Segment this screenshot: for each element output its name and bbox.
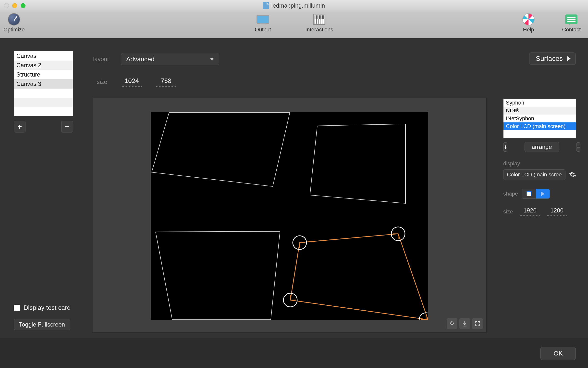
fullscreen-preview-button[interactable] <box>472 318 483 329</box>
gear-icon[interactable] <box>569 171 576 178</box>
checkbox-icon <box>14 305 20 311</box>
output-list-item[interactable]: Syphon <box>503 99 576 107</box>
output-canvas[interactable] <box>151 112 428 320</box>
canvas-height-field[interactable]: 768 <box>156 77 176 87</box>
output-button[interactable]: Output <box>255 14 271 33</box>
canvas-list-item[interactable]: Canvas <box>14 51 73 61</box>
display-section-label: display <box>503 160 576 167</box>
surface-3[interactable] <box>156 231 280 320</box>
move-icon <box>449 321 455 327</box>
toggle-fullscreen-button[interactable]: Toggle Fullscreen <box>14 319 70 330</box>
display-selected-value: Color LCD (main scree <box>507 171 562 178</box>
layout-row: layout Advanced <box>93 53 219 65</box>
display-test-card-label: Display test card <box>24 304 71 312</box>
display-dropdown[interactable]: Color LCD (main scree <box>503 169 565 180</box>
canvas-list-item[interactable]: Canvas 3 <box>14 79 73 89</box>
help-label: Help <box>523 26 534 33</box>
optimize-label: Optimize <box>3 26 25 33</box>
midi-icon <box>313 14 325 25</box>
document-title: ledmapping.millumin <box>271 2 325 9</box>
zoom-reset-button[interactable] <box>459 318 470 329</box>
window-controls <box>4 3 25 8</box>
lifebuoy-icon <box>522 13 535 26</box>
output-height-field[interactable]: 1200 <box>547 207 567 216</box>
content-area: CanvasCanvas 2StructureCanvas 3 + − Disp… <box>0 38 588 339</box>
remove-canvas-button[interactable]: − <box>61 121 73 132</box>
canvas-list-empty-row <box>14 107 73 116</box>
fullscreen-icon <box>475 321 480 327</box>
output-list-item[interactable]: Color LCD (main screen) <box>503 122 576 130</box>
chevron-right-icon <box>567 56 571 61</box>
size-row: size 1024 768 <box>97 77 176 87</box>
display-test-card-checkbox[interactable]: Display test card <box>14 304 75 312</box>
contact-button[interactable]: Contact <box>562 14 581 33</box>
window-title: ledmapping.millumin <box>263 2 325 9</box>
preview-area[interactable] <box>93 98 487 333</box>
surfaces-button[interactable]: Surfaces <box>529 53 576 65</box>
output-label: Output <box>255 26 271 33</box>
remove-output-button[interactable]: − <box>576 142 580 152</box>
output-list[interactable]: SyphonNDI®INetSyphonColor LCD (main scre… <box>503 99 576 138</box>
shape-label: shape <box>503 191 518 197</box>
shape-rect-option[interactable] <box>522 189 536 198</box>
canvas-width-field[interactable]: 1024 <box>122 77 142 87</box>
interactions-button[interactable]: Interactions <box>305 14 333 33</box>
monitor-icon <box>257 15 269 24</box>
contact-label: Contact <box>562 26 581 33</box>
close-window-button[interactable] <box>4 3 9 8</box>
layout-value: Advanced <box>126 55 155 63</box>
layout-label: layout <box>93 56 109 63</box>
canvas-list[interactable]: CanvasCanvas 2StructureCanvas 3 <box>14 51 73 116</box>
ok-button[interactable]: OK <box>540 347 576 360</box>
canvas-list-empty-row <box>14 89 73 98</box>
surface-4-selected[interactable] <box>290 234 428 320</box>
output-panel: SyphonNDI®INetSyphonColor LCD (main scre… <box>503 99 576 216</box>
chat-icon <box>565 14 577 24</box>
square-icon <box>527 191 531 196</box>
main-area: CanvasCanvas 2StructureCanvas 3 + − Disp… <box>0 38 588 368</box>
output-list-empty-row <box>503 130 576 138</box>
window-titlebar: ledmapping.millumin <box>0 0 588 11</box>
left-bottom-controls: Display test card Toggle Fullscreen <box>14 304 75 330</box>
canvas-list-item[interactable]: Canvas 2 <box>14 61 73 70</box>
output-size-label: size <box>503 209 513 215</box>
size-label: size <box>97 79 107 85</box>
mapping-svg <box>151 112 428 320</box>
view-controls <box>447 318 483 329</box>
footer: OK <box>0 339 588 368</box>
canvas-list-item[interactable]: Structure <box>14 70 73 79</box>
play-icon <box>541 191 545 196</box>
arrow-down-icon <box>462 321 467 327</box>
chevron-down-icon <box>210 58 214 60</box>
canvas-panel: CanvasCanvas 2StructureCanvas 3 + − <box>14 51 73 132</box>
add-output-button[interactable]: + <box>503 142 507 152</box>
maximize-window-button[interactable] <box>21 3 25 8</box>
optimize-button[interactable]: Optimize <box>3 14 25 33</box>
surface-2[interactable] <box>310 124 405 203</box>
help-button[interactable]: Help <box>522 14 535 33</box>
layout-dropdown[interactable]: Advanced <box>121 53 219 65</box>
shape-custom-option[interactable] <box>536 189 550 198</box>
document-icon <box>263 2 269 9</box>
canvas-list-empty-row <box>14 98 73 107</box>
output-width-field[interactable]: 1920 <box>520 207 540 216</box>
interactions-label: Interactions <box>305 26 333 33</box>
app-toolbar: Optimize Output Interactions Help Contac… <box>0 11 588 38</box>
output-list-item[interactable]: INetSyphon <box>503 115 576 122</box>
arrange-button[interactable]: arrange <box>525 142 559 152</box>
surfaces-label: Surfaces <box>536 55 563 63</box>
surface-1[interactable] <box>152 113 290 186</box>
add-canvas-button[interactable]: + <box>14 121 25 132</box>
gauge-icon <box>8 13 20 26</box>
minimize-window-button[interactable] <box>12 3 17 8</box>
shape-segmented-control[interactable] <box>522 189 550 199</box>
pan-tool-button[interactable] <box>447 318 457 329</box>
output-list-item[interactable]: NDI® <box>503 107 576 115</box>
